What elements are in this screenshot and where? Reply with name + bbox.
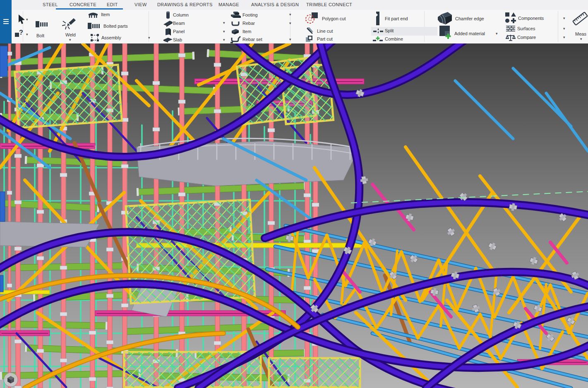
tab-edit[interactable]: EDIT [107, 2, 118, 7]
part-cut-icon [305, 35, 313, 43]
joint-plate [214, 109, 221, 113]
joint-plate [304, 193, 311, 197]
joint-plate [37, 256, 44, 260]
column-icon [165, 11, 171, 19]
beam-dropdown[interactable]: ▾ [223, 21, 225, 25]
joint-plate [178, 53, 185, 57]
measure-dropdown[interactable]: ▾ [580, 37, 582, 41]
panel-dropdown[interactable]: ▾ [223, 30, 225, 34]
active-tab-underline [56, 8, 123, 10]
blue-box [0, 192, 5, 222]
group-separator [558, 11, 558, 42]
joint-plate [89, 377, 96, 381]
tab-steel[interactable]: STEEL [43, 2, 58, 7]
beam-icon [163, 20, 173, 27]
weld-dropdown[interactable]: ▾ [69, 38, 71, 42]
slab-label: Slab [173, 37, 182, 42]
joint-plate [14, 154, 22, 158]
tekla-structures-window: STEEL CONCRETE EDIT VIEW DRAWINGS & REPO… [0, 0, 588, 388]
slab-dropdown[interactable]: ▾ [223, 38, 225, 42]
split-icon [373, 28, 384, 34]
rebar-icon [231, 21, 240, 27]
compare-icon [506, 34, 516, 42]
added-material-dropdown[interactable]: ▾ [496, 32, 498, 36]
joint-plate [268, 221, 275, 225]
joint-plate [37, 349, 44, 353]
joint-plate [268, 128, 275, 132]
slab-icon [163, 37, 173, 43]
joint-plate [121, 304, 128, 307]
part-cut-label: Part cut [317, 36, 333, 41]
inquire-dropdown[interactable]: ▾ [26, 33, 28, 36]
joint-plate [60, 266, 67, 270]
ribbon-tab-bar: STEEL CONCRETE EDIT VIEW DRAWINGS & REPO… [0, 0, 588, 10]
joint-plate [304, 286, 311, 290]
item-cast-label: Item [101, 12, 110, 17]
joint-plate [7, 191, 12, 195]
joint-plate [7, 284, 12, 287]
joint-plate [121, 72, 128, 75]
concrete-item-icon [230, 29, 240, 35]
blue-box [0, 275, 3, 292]
joint-plate [14, 386, 22, 388]
joint-plate [178, 100, 185, 104]
scene-rect [192, 52, 195, 60]
assembly-dropdown[interactable]: ▾ [148, 36, 150, 40]
select-cursor-dropdown[interactable]: ▾ [26, 18, 28, 22]
added-material-label: Added material [454, 31, 485, 36]
combine-label: Combine [385, 36, 403, 41]
scene-rect [137, 188, 139, 196]
cast-item-icon [88, 11, 98, 18]
footing-icon [230, 11, 241, 19]
joint-plate [89, 331, 96, 335]
rebar-set-dropdown[interactable]: ▾ [289, 38, 291, 41]
tab-drawings-reports[interactable]: DRAWINGS & REPORTS [157, 2, 213, 7]
joint-plate [7, 52, 12, 55]
item-concrete-label: Item [242, 29, 251, 34]
question-glyph: ? [19, 29, 23, 36]
panel-icon [164, 28, 172, 36]
joint-plate [214, 341, 221, 345]
joint-plate [60, 359, 67, 362]
surfaces-dropdown[interactable]: ▾ [563, 27, 565, 31]
split-label: Split [385, 28, 394, 33]
components-icon [505, 12, 516, 24]
assembly-label: Assembly [101, 35, 121, 40]
added-material-icon [439, 25, 454, 39]
components-label: Components [518, 16, 544, 21]
panel-label: Panel [173, 29, 185, 34]
salmon-column [8, 43, 11, 388]
joint-plate [60, 312, 67, 316]
column-label: Column [173, 12, 189, 17]
footing-dropdown[interactable]: ▾ [289, 13, 291, 17]
chamfer-edge-label: Chamfer edge [455, 16, 484, 21]
scene-rect [0, 372, 2, 380]
assembly-icon [91, 34, 99, 41]
surfaces-icon [506, 25, 516, 33]
tab-concrete[interactable]: CONCRETE [70, 2, 96, 7]
joint-plate [14, 200, 22, 204]
joint-plate [14, 340, 22, 343]
fit-part-end-label: Fit part end [385, 16, 408, 21]
combine-icon [372, 36, 383, 43]
model-viewport-3d[interactable] [0, 43, 588, 388]
nav-cube-badge[interactable] [4, 373, 18, 387]
joint-plate [153, 81, 160, 85]
components-dropdown[interactable]: ▾ [563, 17, 565, 20]
select-cursor-icon[interactable] [17, 14, 26, 25]
rebar-dropdown[interactable]: ▾ [289, 22, 291, 25]
compare-dropdown[interactable]: ▾ [563, 36, 565, 39]
inquire-icon[interactable]: ? [14, 28, 26, 38]
tab-trimble-connect[interactable]: TRIMBLE CONNECT [306, 2, 352, 7]
joint-plate [106, 294, 113, 298]
app-menu-strip[interactable] [0, 0, 12, 43]
joint-plate [153, 128, 160, 131]
joint-plate [37, 210, 44, 214]
tab-manage[interactable]: MANAGE [218, 2, 239, 7]
bolt-label: Bolt [36, 33, 44, 38]
joint-plate [214, 63, 221, 67]
tab-analysis-design[interactable]: ANALYSIS & DESIGN [251, 2, 299, 7]
tab-view[interactable]: VIEW [134, 2, 147, 7]
joint-plate [106, 340, 113, 344]
line-cut-icon [306, 27, 314, 34]
